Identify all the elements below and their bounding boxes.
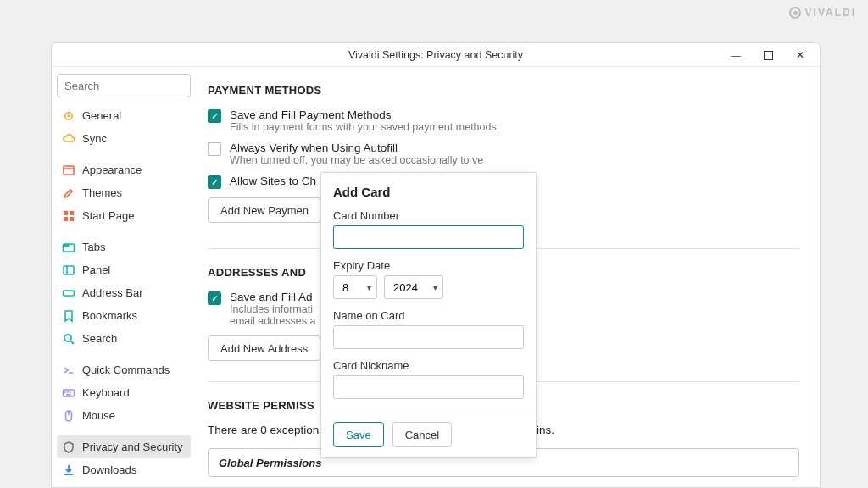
sidebar-nav: GeneralSyncAppearanceThemesStart PageTab… xyxy=(57,104,191,488)
save-fill-addresses-sub: Includes informati email addresses a xyxy=(230,303,315,327)
save-fill-payment-label: Save and Fill Payment Methods xyxy=(230,108,499,121)
sidebar-item-panel[interactable]: Panel xyxy=(57,258,191,281)
sidebar-item-privacy-and-security[interactable]: Privacy and Security xyxy=(57,435,191,458)
sidebar-item-label: Start Page xyxy=(82,209,134,222)
expiry-date-label: Expiry Date xyxy=(333,259,524,272)
sidebar-item-label: General xyxy=(82,109,121,122)
add-address-button-label: Add New Address xyxy=(220,342,308,355)
sidebar-item-label: Downloads xyxy=(82,463,136,476)
close-button[interactable] xyxy=(784,43,816,67)
brush-icon xyxy=(62,186,75,200)
allow-sites-checkbox[interactable] xyxy=(208,175,221,189)
sidebar-item-themes[interactable]: Themes xyxy=(57,181,191,204)
svg-point-13 xyxy=(64,335,71,341)
save-button-label: Save xyxy=(346,429,371,441)
svg-rect-9 xyxy=(64,244,70,247)
titlebar: Vivaldi Settings: Privacy and Security xyxy=(52,43,820,67)
sidebar-item-label: Themes xyxy=(82,186,122,199)
sidebar-item-appearance[interactable]: Appearance xyxy=(57,158,191,181)
svg-point-1 xyxy=(68,114,70,117)
svg-rect-4 xyxy=(64,211,68,215)
vivaldi-logo-icon xyxy=(789,7,801,19)
sidebar-item-address-bar[interactable]: Address Bar xyxy=(57,281,191,304)
card-nickname-label: Card Nickname xyxy=(333,359,524,372)
sidebar-item-label: Address Bar xyxy=(82,286,143,299)
window-controls xyxy=(720,43,816,67)
sidebar-item-label: Panel xyxy=(82,263,110,276)
svg-rect-5 xyxy=(70,211,74,215)
mouse-icon xyxy=(62,409,75,423)
maximize-button[interactable] xyxy=(752,43,784,67)
cancel-button-label: Cancel xyxy=(405,429,439,441)
always-verify-checkbox[interactable] xyxy=(208,142,221,156)
cloud-icon xyxy=(62,132,75,146)
sidebar-item-webpages[interactable]: Webpages xyxy=(57,481,191,488)
add-card-modal: Add Card Card Number Expiry Date 8 2024 … xyxy=(320,172,537,458)
add-address-button[interactable]: Add New Address xyxy=(208,336,320,361)
sidebar-item-label: Mouse xyxy=(82,409,115,422)
sidebar-item-search[interactable]: Search xyxy=(57,327,191,350)
search-icon xyxy=(62,332,75,346)
sidebar-item-start-page[interactable]: Start Page xyxy=(57,204,191,227)
modal-title: Add Card xyxy=(333,185,524,199)
window-title: Vivaldi Settings: Privacy and Security xyxy=(348,49,523,61)
cancel-button[interactable]: Cancel xyxy=(392,422,452,447)
save-fill-addresses-checkbox[interactable] xyxy=(208,291,221,305)
download-icon xyxy=(62,463,75,477)
sidebar-item-label: Sync xyxy=(82,132,107,145)
gear-icon xyxy=(62,109,75,123)
expiry-month-value: 8 xyxy=(342,281,348,294)
expiry-year-select[interactable]: 2024 xyxy=(384,275,443,299)
expiry-month-select[interactable]: 8 xyxy=(333,275,377,299)
expiry-year-value: 2024 xyxy=(393,281,418,294)
add-payment-button[interactable]: Add New Paymen xyxy=(208,197,321,223)
global-permissions-label: Global Permissions xyxy=(219,457,321,469)
save-fill-addresses-label: Save and Fill Ad xyxy=(230,291,315,303)
brand-label: VIVALDI xyxy=(805,7,856,19)
card-number-label: Card Number xyxy=(333,209,524,222)
sidebar-item-label: Bookmarks xyxy=(82,309,137,322)
sidebar-item-bookmarks[interactable]: Bookmarks xyxy=(57,304,191,327)
save-fill-payment-sub: Fills in payment forms with your saved p… xyxy=(230,121,499,133)
grid-icon xyxy=(62,209,75,223)
address-icon xyxy=(62,286,75,300)
always-verify-row: Always Verify when Using Autofill When t… xyxy=(208,141,799,166)
name-on-card-label: Name on Card xyxy=(333,309,524,322)
minimize-button[interactable] xyxy=(720,43,752,67)
svg-rect-7 xyxy=(70,217,74,221)
sidebar-item-label: Quick Commands xyxy=(82,363,170,376)
save-button[interactable]: Save xyxy=(333,422,384,447)
add-payment-button-label: Add New Paymen xyxy=(220,204,309,217)
bookmark-icon xyxy=(62,309,75,323)
sidebar-item-keyboard[interactable]: Keyboard xyxy=(57,381,191,404)
search-input[interactable] xyxy=(57,74,191,97)
keyboard-icon xyxy=(62,386,75,400)
sidebar-item-downloads[interactable]: Downloads xyxy=(57,458,191,481)
shield-icon xyxy=(62,441,75,454)
svg-rect-12 xyxy=(64,291,75,296)
payment-methods-heading: PAYMENT METHODS xyxy=(208,84,799,97)
sidebar-item-quick-commands[interactable]: Quick Commands xyxy=(57,358,191,381)
tabs-icon xyxy=(62,241,75,254)
svg-rect-6 xyxy=(64,217,68,221)
always-verify-label: Always Verify when Using Autofill xyxy=(230,141,483,154)
sidebar: GeneralSyncAppearanceThemesStart PageTab… xyxy=(52,67,196,487)
command-icon xyxy=(62,363,75,377)
sidebar-item-general[interactable]: General xyxy=(57,104,191,127)
sidebar-item-label: Keyboard xyxy=(82,386,130,399)
save-fill-payment-checkbox[interactable] xyxy=(208,109,221,123)
sidebar-item-label: Search xyxy=(82,332,117,345)
sidebar-item-label: Privacy and Security xyxy=(82,441,183,453)
sidebar-item-tabs[interactable]: Tabs xyxy=(57,236,191,258)
card-nickname-input[interactable] xyxy=(333,375,524,399)
sidebar-item-label: Tabs xyxy=(82,241,105,253)
sidebar-item-mouse[interactable]: Mouse xyxy=(57,404,191,427)
name-on-card-input[interactable] xyxy=(333,325,524,349)
brand-watermark: VIVALDI xyxy=(789,7,856,19)
allow-sites-label: Allow Sites to Ch xyxy=(230,175,316,187)
card-number-input[interactable] xyxy=(333,225,524,249)
sidebar-item-sync[interactable]: Sync xyxy=(57,127,191,150)
svg-line-14 xyxy=(70,341,74,344)
svg-rect-10 xyxy=(64,266,74,274)
sidebar-item-label: Appearance xyxy=(82,164,142,176)
